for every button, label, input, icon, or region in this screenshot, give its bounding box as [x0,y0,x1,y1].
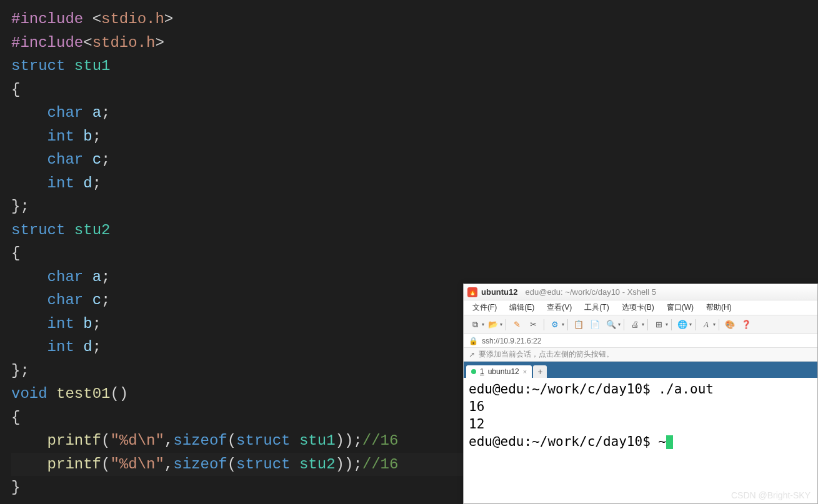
code-line[interactable]: #include <stdio.h> [11,7,818,31]
code-line[interactable]: struct stu2 [11,219,818,242]
hint-icon: ↗ [469,350,475,359]
hint-text: 要添加当前会话，点击左侧的箭头按钮。 [479,349,614,360]
add-tab-button[interactable]: + [533,365,547,378]
status-dot-icon [471,369,476,374]
code-line[interactable]: char c; [11,148,818,172]
code-line[interactable]: int d; [11,172,818,195]
code-line[interactable]: int b; [11,125,818,149]
menu-bar: 文件(F)编辑(E)查看(V)工具(T)选项卡(B)窗口(W)帮助(H) [464,300,817,315]
app-icon: 🔥 [467,287,477,297]
terminal-line: edu@edu:~/work/c/day10$ ./a.out [469,380,812,398]
code-line[interactable]: { [11,242,818,265]
menu-item[interactable]: 文件(F) [467,301,502,314]
code-text: #include <stdio.h> [11,7,173,31]
terminal-line: 16 [469,398,812,415]
globe-icon[interactable]: 🌐 [675,318,690,332]
terminal-line: edu@edu:~/work/c/day10$ ~ [469,433,812,450]
code-text: int d; [11,172,101,195]
toolbar: ⧉▾ 📂▾ ✎ ✂ ⚙▾ 📋 📄 🔍▾ 🖨▾ ⊞▾ 🌐▾ A▾ 🎨 ❓ [464,315,817,334]
code-text: }; [11,359,29,383]
code-line[interactable]: char a; [11,101,818,125]
code-text: int d; [11,335,101,359]
menu-item[interactable]: 查看(V) [542,301,577,314]
code-text: printf("%d\n",sizeof(struct stu2));//16 [11,453,398,477]
tab-number: 1 [480,367,484,376]
menu-item[interactable]: 窗口(W) [662,301,699,314]
tab-bar: 1 ubuntu12 × + [464,362,817,378]
window-title: ubuntu12 [481,287,518,297]
open-icon[interactable]: 📂 [486,318,501,332]
code-text: char c; [11,148,110,172]
properties-icon[interactable]: ⚙ [547,318,562,332]
copy-icon[interactable]: 📋 [571,318,586,332]
code-text: { [11,78,20,102]
xshell-window: 🔥 ubuntu12 edu@edu: ~/work/c/day10 - Xsh… [463,284,818,504]
help-icon[interactable]: ❓ [739,318,754,332]
code-text: { [11,406,20,430]
code-text: char a; [11,101,110,125]
code-text: } [11,476,20,500]
code-line[interactable]: struct stu1 [11,54,818,78]
close-icon[interactable]: × [523,368,527,375]
lock-icon: 🔒 [469,337,478,345]
cursor-icon [666,435,673,449]
address-text: ssh://10.9.21.6:22 [482,337,541,345]
code-line[interactable]: #include<stdio.h> [11,31,818,55]
menu-item[interactable]: 帮助(H) [701,301,737,314]
font-icon[interactable]: A [699,318,714,332]
terminal-line: 12 [469,415,812,433]
code-text: char a; [11,265,110,289]
code-text: void test01() [11,382,128,406]
hint-bar: ↗ 要添加当前会话，点击左侧的箭头按钮。 [464,348,817,362]
menu-item[interactable]: 编辑(E) [504,301,539,314]
titlebar[interactable]: 🔥 ubuntu12 edu@edu: ~/work/c/day10 - Xsh… [464,284,817,300]
code-text: printf("%d\n",sizeof(struct stu1));//16 [11,429,398,453]
color-icon[interactable]: 🎨 [722,318,737,332]
reconnect-icon[interactable]: ✎ [509,318,524,332]
code-text: char c; [11,289,110,312]
code-text: }; [11,195,29,219]
menu-item[interactable]: 工具(T) [579,301,614,314]
code-line[interactable]: }; [11,195,818,219]
code-line[interactable]: { [11,78,818,102]
disconnect-icon[interactable]: ✂ [526,318,541,332]
menu-item[interactable]: 选项卡(B) [617,301,659,314]
terminal[interactable]: edu@edu:~/work/c/day10$ ./a.out1612edu@e… [464,378,817,453]
find-icon[interactable]: 🔍 [604,318,619,332]
layout-icon[interactable]: ⊞ [651,318,666,332]
code-text: struct stu2 [11,219,110,242]
code-text: #include<stdio.h> [11,31,164,55]
tab-ubuntu12[interactable]: 1 ubuntu12 × [466,365,532,378]
code-text: int b; [11,312,101,336]
tab-label: ubuntu12 [488,367,519,376]
watermark: CSDN @Bright-SKY [731,490,811,500]
code-text: int b; [11,125,101,149]
code-text: struct stu1 [11,54,110,78]
new-session-icon[interactable]: ⧉ [467,318,482,332]
print-icon[interactable]: 🖨 [627,318,642,332]
address-bar[interactable]: 🔒 ssh://10.9.21.6:22 [464,334,817,348]
code-text: { [11,242,20,265]
window-subtitle: edu@edu: ~/work/c/day10 - Xshell 5 [526,287,656,297]
paste-icon[interactable]: 📄 [587,318,602,332]
